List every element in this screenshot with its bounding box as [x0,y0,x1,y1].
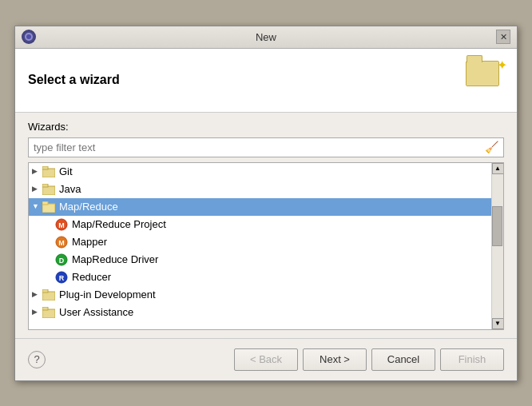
scroll-up-button[interactable]: ▲ [492,163,504,174]
wizard-icon: ✦ [466,61,504,99]
sparkle-icon: ✦ [497,58,507,73]
titlebar: New ✕ [15,26,517,49]
back-button[interactable]: < Back [234,348,298,371]
scroll-down-button[interactable]: ▼ [492,318,504,329]
filter-row: 🧹 [28,137,504,157]
svg-text:M: M [58,221,65,229]
folder-icon-java [42,182,56,197]
folder-icon-user-assist [42,305,56,320]
tree-label-mapreduce: Map/Reduce [59,201,118,213]
expand-icon-user-assist: ▶ [32,308,42,317]
icon-mapreduce-driver: D [54,253,69,267]
new-wizard-dialog: New ✕ Select a wizard ✦ Wizards: 🧹 ▶ [14,26,518,381]
tree-label-mapper: Mapper [72,236,107,248]
filter-clear-button[interactable]: 🧹 [480,139,503,155]
tree-content: ▶ Git ▶ [29,163,491,329]
tree-label-driver: MapReduce Driver [72,253,158,265]
svg-rect-4 [42,186,55,195]
svg-rect-7 [42,201,48,205]
tree-item-java[interactable]: ▶ Java [29,181,491,198]
tree-scrollbar[interactable]: ▲ ▼ [491,163,503,329]
tree-label-reducer: Reducer [72,271,111,283]
icon-mapper: M [54,235,69,249]
filter-input[interactable] [29,138,480,157]
tree-label-plugin: Plug-in Development [59,289,156,301]
dialog-footer: ? < Back Next > Cancel Finish [15,338,517,380]
tree-label-user-assist: User Assistance [59,306,133,318]
tree-item-git[interactable]: ▶ Git [29,163,491,181]
expand-icon-plugin: ▶ [32,290,42,300]
wizard-title: Select a wizard [28,73,120,87]
tree-item-reducer[interactable]: ▶ R Reducer [29,269,491,286]
wizards-label: Wizards: [28,121,504,133]
app-icon [22,30,36,44]
icon-mapreduce-project: M [54,217,69,232]
scroll-track[interactable] [492,174,503,318]
tree-item-mapper[interactable]: ▶ M Mapper [29,233,491,251]
wizard-body: Wizards: 🧹 ▶ Git [15,113,517,338]
tree-item-mapreduce-driver[interactable]: ▶ D MapReduce Driver [29,251,491,269]
dialog-title: New [36,31,496,43]
expand-icon-git: ▶ [32,167,42,177]
svg-rect-6 [42,204,55,213]
svg-rect-17 [42,289,48,293]
svg-rect-5 [42,184,48,187]
svg-point-1 [26,34,31,39]
expand-icon-java: ▶ [32,185,42,194]
icon-reducer: R [54,270,69,285]
svg-text:D: D [59,257,65,265]
help-button[interactable]: ? [28,351,46,368]
cancel-button[interactable]: Cancel [371,348,435,371]
tree-label-java: Java [59,183,81,195]
expand-icon-mapreduce: ▼ [32,202,42,212]
scroll-thumb[interactable] [492,206,502,246]
svg-rect-2 [42,169,55,177]
tree-item-user-assistance[interactable]: ▶ User Assistance [29,304,491,321]
dialog-header: Select a wizard ✦ [15,49,517,113]
button-row: ? < Back Next > Cancel Finish [28,348,504,371]
close-button[interactable]: ✕ [496,30,510,44]
svg-rect-16 [42,292,55,301]
svg-text:M: M [58,239,65,247]
svg-rect-19 [42,307,48,310]
svg-rect-3 [42,166,48,169]
tree-item-mapreduce[interactable]: ▼ Map/Reduce [29,198,491,216]
folder-icon-plugin [42,288,56,302]
tree-label-git: Git [59,165,73,177]
svg-rect-18 [42,309,55,318]
wizard-tree: ▶ Git ▶ [28,162,504,330]
next-button[interactable]: Next > [303,348,367,371]
tree-label-mr-project: Map/Reduce Project [72,218,166,230]
finish-button[interactable]: Finish [440,348,504,371]
folder-icon-mapreduce [42,200,56,214]
tree-item-mapreduce-project[interactable]: ▶ M Map/Reduce Project [29,216,491,233]
svg-text:R: R [59,274,65,282]
tree-item-plugin-dev[interactable]: ▶ Plug-in Development [29,286,491,304]
folder-icon-git [42,165,56,179]
